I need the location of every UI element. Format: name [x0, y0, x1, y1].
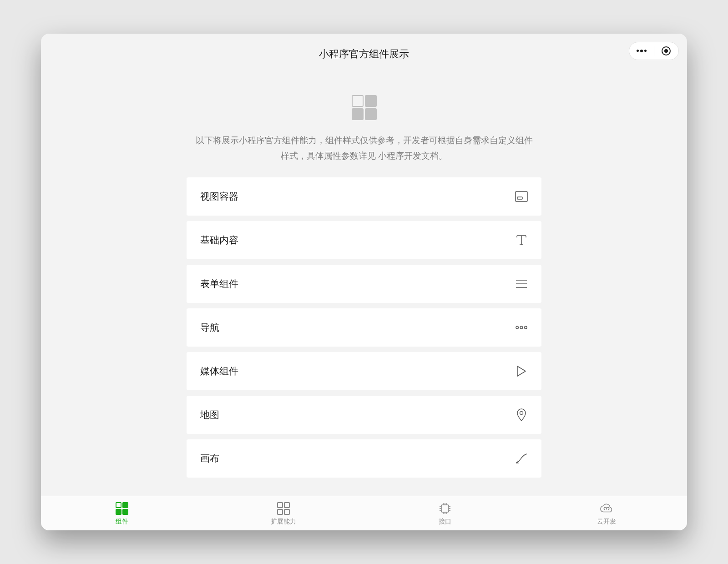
tab-bar: 组件 扩展能力 接口: [41, 496, 687, 530]
page-title: 小程序官方组件展示: [319, 47, 409, 61]
tab-label: 组件: [116, 518, 128, 526]
capsule-close-button[interactable]: [654, 46, 679, 55]
target-icon: [662, 46, 671, 55]
list-item-form[interactable]: 表单组件: [187, 265, 541, 303]
header: 小程序官方组件展示: [41, 34, 687, 75]
list-item-map[interactable]: 地图: [187, 396, 541, 434]
svg-point-5: [516, 327, 519, 329]
capsule-menu: [629, 42, 679, 60]
logo-icon: [352, 95, 377, 120]
cloud-icon: [599, 501, 614, 516]
list-lines-icon: [515, 277, 528, 290]
tab-label: 扩展能力: [271, 518, 296, 526]
tab-cloud[interactable]: 云开发: [526, 496, 687, 530]
more-icon: [637, 50, 647, 52]
tab-api[interactable]: 接口: [364, 496, 526, 530]
grid-icon: [115, 501, 129, 516]
play-icon: [515, 365, 528, 378]
svg-rect-9: [441, 505, 449, 512]
svg-rect-0: [516, 191, 527, 201]
container-icon: [515, 190, 528, 203]
map-pin-icon: [515, 408, 528, 421]
tab-label: 云开发: [597, 518, 616, 526]
tab-label: 接口: [439, 518, 451, 526]
list-item-basic-content[interactable]: 基础内容: [187, 221, 541, 259]
tab-components[interactable]: 组件: [41, 496, 202, 530]
intro-description: 以下将展示小程序官方组件能力，组件样式仅供参考，开发者可根据自身需求自定义组件样…: [193, 133, 535, 164]
list-item-label: 基础内容: [200, 234, 238, 247]
list-item-label: 导航: [200, 321, 219, 334]
grid-outline-icon: [276, 501, 291, 516]
list-item-label: 媒体组件: [200, 365, 238, 378]
list-item-canvas[interactable]: 画布: [187, 439, 541, 478]
list-item-media[interactable]: 媒体组件: [187, 352, 541, 390]
tab-extensions[interactable]: 扩展能力: [202, 496, 364, 530]
content-area[interactable]: 以下将展示小程序官方组件能力，组件样式仅供参考，开发者可根据自身需求自定义组件样…: [41, 75, 687, 496]
curve-icon: [515, 452, 528, 465]
component-list: 视图容器 基础内容 表单组件: [187, 177, 541, 478]
list-item-label: 地图: [200, 408, 219, 421]
dots-horizontal-icon: [515, 321, 528, 334]
capsule-more-button[interactable]: [629, 50, 654, 52]
svg-point-8: [520, 412, 523, 415]
app-window: 小程序官方组件展示 以下将展示小程序官方组件能力，组件样式仅供参考，开发者可根据…: [41, 34, 687, 530]
svg-point-7: [525, 327, 527, 329]
svg-rect-1: [517, 197, 522, 199]
chip-icon: [438, 501, 452, 516]
list-item-view-container[interactable]: 视图容器: [187, 177, 541, 216]
list-item-label: 视图容器: [200, 190, 238, 203]
text-icon: [515, 234, 528, 247]
svg-point-6: [520, 327, 523, 329]
list-item-navigation[interactable]: 导航: [187, 308, 541, 347]
list-item-label: 表单组件: [200, 277, 238, 290]
list-item-label: 画布: [200, 452, 219, 465]
